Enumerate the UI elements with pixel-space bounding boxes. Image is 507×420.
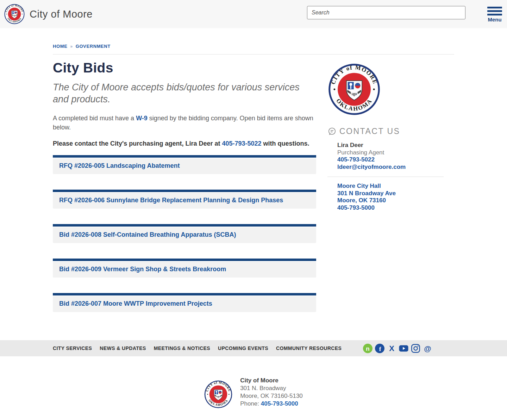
bid-list-item[interactable]: RFQ #2026-006 Sunnylane Bridge Replaceme… <box>53 190 316 209</box>
footer-phone-link[interactable]: 405-793-5000 <box>261 400 298 407</box>
city-hall-address1: 301 N Broadway Ave <box>337 190 454 197</box>
bid-list-item[interactable]: Bid #2026-009 Vermeer Sign Shop & Street… <box>53 259 316 278</box>
footer-phone-label: Phone: <box>240 400 261 407</box>
footer-city-seal-icon <box>204 380 232 408</box>
content-container: HOME»GOVERNMENT City Bids The City of Mo… <box>53 28 454 327</box>
facebook-icon[interactable]: f <box>375 344 384 353</box>
menu-button[interactable]: Menu <box>487 7 502 23</box>
agent-name: Lira Deer <box>337 142 454 149</box>
bid-list-item[interactable]: Bid #2026-008 Self-Contained Breathing A… <box>53 224 316 243</box>
footer-links: CITY SERVICES NEWS & UPDATES MEETINGS & … <box>53 345 342 351</box>
breadcrumb-home-link[interactable]: HOME <box>53 44 67 49</box>
note-post: with questions. <box>262 140 309 147</box>
footer-link-meetings-notices[interactable]: MEETINGS & NOTICES <box>154 345 210 351</box>
footer-nav-bar: CITY SERVICES NEWS & UPDATES MEETINGS & … <box>0 340 507 356</box>
sidebar: CONTACT US Lira Deer Purchasing Agent 40… <box>327 28 454 327</box>
agent-phone-link[interactable]: 405-793-5022 <box>337 156 454 164</box>
site-header: City of Moore Menu <box>0 0 507 28</box>
footer-link-community-resources[interactable]: COMMUNITY RESOURCES <box>276 345 342 351</box>
intro-pre: A completed bid must have a <box>53 115 136 122</box>
bid-link[interactable]: RFQ #2026-006 Sunnylane Bridge Replaceme… <box>59 197 283 204</box>
nextdoor-icon[interactable]: n <box>363 344 373 353</box>
agent-contact-block: Lira Deer Purchasing Agent 405-793-5022 … <box>327 142 454 171</box>
footer-address-block: City of Moore 301 N. Broadway Moore, OK … <box>240 377 303 408</box>
footer-address1: 301 N. Broadway <box>240 384 303 392</box>
agent-email-link[interactable]: ldeer@cityofmoore.com <box>337 164 454 171</box>
contact-us-heading: CONTACT US <box>327 127 454 136</box>
site-footer: City of Moore 301 N. Broadway Moore, OK … <box>0 356 507 408</box>
city-hall-block: Moore City Hall 301 N Broadway Ave Moore… <box>327 183 454 211</box>
city-seal-image <box>328 63 380 115</box>
svg-text:X: X <box>389 344 394 353</box>
threads-icon[interactable]: @ <box>423 344 432 353</box>
note-pre: Please contact the City's purchasing age… <box>53 140 222 147</box>
city-hall-address2: Moore, OK 73160 <box>337 197 454 204</box>
main-column: HOME»GOVERNMENT City Bids The City of Mo… <box>53 28 316 327</box>
breadcrumb: HOME»GOVERNMENT <box>53 28 316 49</box>
bid-link[interactable]: Bid #2026-008 Self-Contained Breathing A… <box>59 231 236 238</box>
bid-link[interactable]: Bid #2026-009 Vermeer Sign Shop & Street… <box>59 266 226 273</box>
footer-address2: Moore, OK 73160-5130 <box>240 392 303 400</box>
header-right: Menu <box>307 6 502 23</box>
agent-title: Purchasing Agent <box>337 149 454 157</box>
social-icons: n f X <box>363 344 432 353</box>
svg-text:f: f <box>379 346 381 352</box>
footer-link-news-updates[interactable]: NEWS & UPDATES <box>100 345 146 351</box>
breadcrumb-separator: » <box>70 44 73 49</box>
footer-link-city-services[interactable]: CITY SERVICES <box>53 345 92 351</box>
footer-link-upcoming-events[interactable]: UPCOMING EVENTS <box>218 345 268 351</box>
search-input[interactable] <box>307 6 465 19</box>
footer-phone-line: Phone: 405-793-5000 <box>240 400 303 408</box>
bid-link[interactable]: Bid #2026-007 Moore WWTP Improvement Pro… <box>59 300 212 307</box>
bid-list-item[interactable]: RFQ #2026-005 Landscaping Abatement <box>53 155 316 174</box>
menu-label: Menu <box>488 17 501 23</box>
bid-list-item[interactable]: Bid #2026-007 Moore WWTP Improvement Pro… <box>53 293 316 312</box>
svg-text:@: @ <box>424 344 431 352</box>
w9-link[interactable]: W-9 <box>136 115 148 122</box>
contact-us-label: CONTACT US <box>339 127 400 136</box>
youtube-icon[interactable] <box>399 344 408 353</box>
breadcrumb-government-link[interactable]: GOVERNMENT <box>76 44 111 49</box>
city-hall-phone-link[interactable]: 405-793-5000 <box>337 204 454 212</box>
city-seal-icon <box>4 4 25 24</box>
sidebar-divider <box>327 177 444 177</box>
page-title: City Bids <box>53 60 316 76</box>
home-logo-link[interactable]: City of Moore <box>4 4 93 24</box>
hamburger-icon <box>487 7 502 15</box>
intro-paragraph: A completed bid must have a W-9 signed b… <box>53 114 316 132</box>
site-title: City of Moore <box>30 8 93 20</box>
bid-link[interactable]: RFQ #2026-005 Landscaping Abatement <box>59 162 180 169</box>
city-hall-name: Moore City Hall <box>337 183 454 190</box>
contact-note-paragraph: Please contact the City's purchasing age… <box>53 139 316 148</box>
purchasing-agent-phone-link[interactable]: 405-793-5022 <box>222 140 261 147</box>
svg-text:n: n <box>366 345 369 352</box>
x-icon[interactable]: X <box>387 344 396 353</box>
instagram-icon[interactable] <box>411 344 420 353</box>
footer-city-name: City of Moore <box>240 377 303 384</box>
bid-list: RFQ #2026-005 Landscaping Abatement RFQ … <box>53 155 316 312</box>
chat-bubble-icon <box>327 127 337 136</box>
page-subtitle: The City of Moore accepts bids/quotes fo… <box>53 81 316 105</box>
